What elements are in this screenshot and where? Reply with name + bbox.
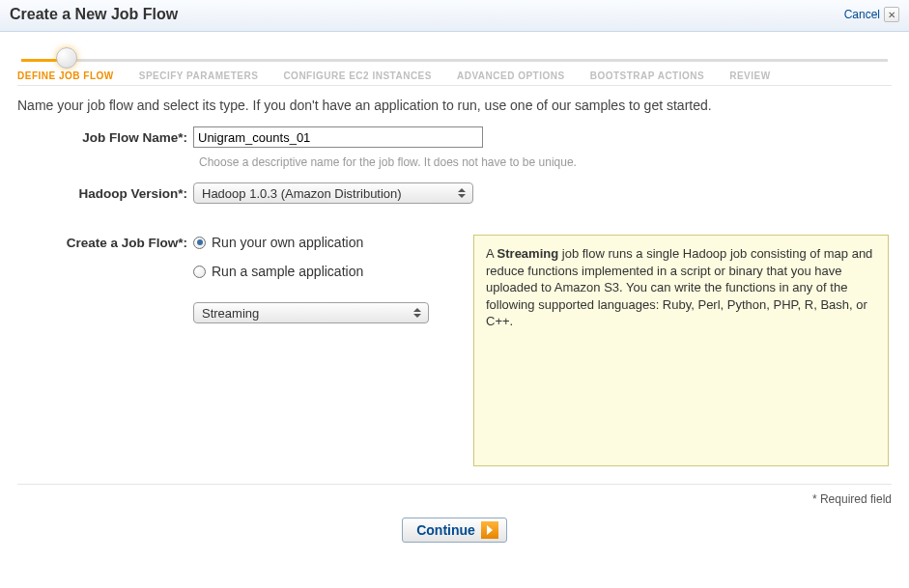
radio-sample-app[interactable]: Run a sample application bbox=[193, 264, 429, 279]
label-create-jobflow: Create a Job Flow*: bbox=[17, 236, 193, 250]
radio-own-app[interactable]: Run your own application bbox=[193, 235, 429, 250]
chevron-updown-icon bbox=[411, 305, 424, 321]
info-bold: Streaming bbox=[497, 246, 559, 261]
label-jobflow-name: Job Flow Name*: bbox=[17, 130, 193, 145]
label-hadoop-version: Hadoop Version*: bbox=[17, 186, 193, 201]
intro-text: Name your job flow and select its type. … bbox=[17, 98, 892, 113]
radio-icon bbox=[193, 266, 206, 278]
cancel-group: Cancel ✕ bbox=[844, 7, 899, 22]
input-jobflow-name[interactable] bbox=[193, 126, 483, 148]
wizard-step-ec2: CONFIGURE EC2 INSTANCES bbox=[283, 49, 432, 81]
radio-icon bbox=[193, 237, 206, 249]
info-panel: A Streaming job flow runs a single Hadoo… bbox=[473, 235, 889, 466]
select-hadoop-version[interactable]: Hadoop 1.0.3 (Amazon Distribution) bbox=[193, 182, 473, 204]
dialog-title: Create a New Job Flow bbox=[10, 6, 178, 23]
continue-button-label: Continue bbox=[416, 522, 475, 538]
wizard-steps: DEFINE JOB FLOW SPECIFY PARAMETERS CONFI… bbox=[17, 49, 892, 86]
row-hadoop-version: Hadoop Version*: Hadoop 1.0.3 (Amazon Di… bbox=[17, 182, 892, 204]
wizard-step-bootstrap: BOOTSTRAP ACTIONS bbox=[590, 49, 705, 81]
select-app-type[interactable]: Streaming bbox=[193, 302, 429, 323]
create-job-flow-dialog: Create a New Job Flow Cancel ✕ DEFINE JO… bbox=[0, 0, 909, 550]
select-app-type-value: Streaming bbox=[202, 306, 259, 321]
cancel-link[interactable]: Cancel bbox=[844, 8, 880, 21]
wizard-step-parameters: SPECIFY PARAMETERS bbox=[139, 49, 259, 81]
close-icon[interactable]: ✕ bbox=[884, 7, 899, 22]
chevron-updown-icon bbox=[455, 185, 469, 201]
required-field-note: * Required field bbox=[812, 492, 892, 506]
row-jobflow-name: Job Flow Name*: bbox=[17, 126, 892, 148]
wizard-step-review: REVIEW bbox=[729, 49, 770, 81]
arrow-right-icon bbox=[481, 521, 498, 539]
dialog-header: Create a New Job Flow Cancel ✕ bbox=[0, 0, 909, 32]
create-jobflow-options: Run your own application Run a sample ap… bbox=[193, 235, 429, 323]
radio-sample-app-label: Run a sample application bbox=[212, 264, 363, 279]
hint-jobflow-name: Choose a descriptive name for the job fl… bbox=[199, 155, 892, 169]
select-hadoop-version-value: Hadoop 1.0.3 (Amazon Distribution) bbox=[202, 186, 402, 201]
continue-button[interactable]: Continue bbox=[402, 518, 507, 543]
wizard-current-knob bbox=[56, 47, 77, 69]
row-create-jobflow: Create a Job Flow*: Run your own applica… bbox=[17, 235, 892, 466]
divider bbox=[17, 484, 892, 485]
radio-own-app-label: Run your own application bbox=[212, 235, 363, 250]
info-prefix: A bbox=[486, 246, 497, 261]
wizard-step-advanced: ADVANCED OPTIONS bbox=[457, 49, 565, 81]
